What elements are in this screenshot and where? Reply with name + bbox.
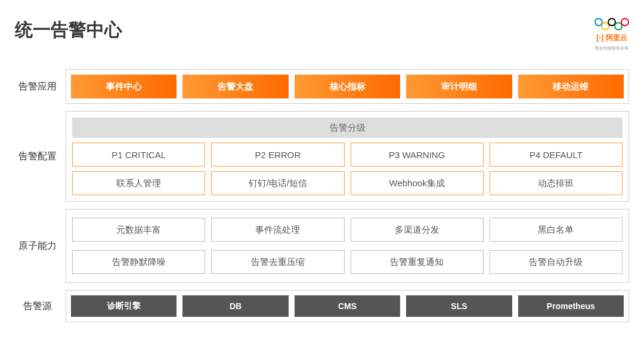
row-atomic: 原子能力 元数据丰富 事件流处理 多渠道分发 黑白名单 告警静默降噪 告警去重压… [15, 209, 629, 283]
source-item: DB [182, 295, 288, 317]
row-source: 告警源 诊断引擎 DB CMS SLS Prometheus [15, 290, 629, 322]
atomic-item: 多渠道分发 [351, 218, 484, 242]
row-config-label: 告警配置 [15, 111, 60, 202]
priority-item: P4 DEFAULT [490, 143, 623, 166]
app-item: 审计明细 [406, 75, 512, 98]
atomic-item: 告警重复通知 [351, 250, 484, 274]
priority-item: P1 CRITICAL [72, 143, 205, 166]
row-app-label: 告警应用 [15, 69, 60, 104]
contact-item: 联系人管理 [72, 171, 205, 195]
atomic-item: 黑白名单 [490, 218, 623, 242]
atomic-item: 告警自动升级 [490, 250, 623, 274]
row-config: 告警配置 告警分级 P1 CRITICAL P2 ERROR P3 WARNIN… [15, 111, 629, 202]
source-item: Prometheus [518, 295, 624, 317]
atomic-item: 告警去重压缩 [211, 250, 344, 274]
app-item: 事件中心 [71, 75, 177, 98]
row-config-content: 告警分级 P1 CRITICAL P2 ERROR P3 WARNING P4 … [66, 111, 629, 202]
row-source-content: 诊断引擎 DB CMS SLS Prometheus [66, 290, 629, 322]
atomic-item: 事件流处理 [211, 218, 344, 242]
olympic-rings-icon [595, 18, 629, 30]
row-atomic-label: 原子能力 [15, 209, 60, 283]
app-item: 核心指标 [295, 75, 400, 98]
page-title: 统一告警中心 [15, 18, 122, 42]
brand-sublabel: 数据智能驱动未来 [595, 45, 628, 51]
contact-item: Webhook集成 [351, 171, 484, 195]
logo-area: [-] 阿里云 数据智能驱动未来 [595, 18, 629, 51]
source-item: SLS [406, 295, 512, 317]
priority-item: P3 WARNING [351, 143, 484, 166]
atomic-item: 元数据丰富 [72, 218, 205, 242]
config-header: 告警分级 [72, 118, 623, 138]
source-item: CMS [295, 295, 400, 317]
contact-item: 动态排班 [490, 171, 623, 195]
priority-item: P2 ERROR [211, 143, 344, 166]
contact-item: 钉钉/电话/短信 [211, 171, 344, 195]
brand-label: [-] 阿里云 [596, 33, 627, 43]
row-atomic-content: 元数据丰富 事件流处理 多渠道分发 黑白名单 告警静默降噪 告警去重压缩 告警重… [66, 209, 629, 283]
app-item: 告警大盘 [182, 75, 288, 98]
row-source-label: 告警源 [15, 290, 60, 322]
header: 统一告警中心 [-] 阿里云 数据智能驱动未来 [15, 18, 629, 51]
atomic-item: 告警静默降噪 [72, 250, 205, 274]
row-app-content: 事件中心 告警大盘 核心指标 审计明细 移动运维 [66, 69, 629, 104]
app-item: 移动运维 [518, 75, 624, 98]
source-item: 诊断引擎 [71, 295, 177, 317]
row-app: 告警应用 事件中心 告警大盘 核心指标 审计明细 移动运维 [15, 69, 629, 104]
